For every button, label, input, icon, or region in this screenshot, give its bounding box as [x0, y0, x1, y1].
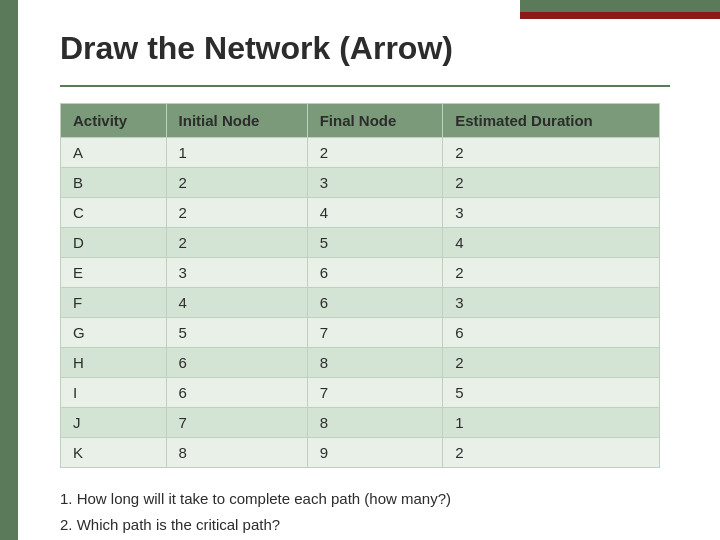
table-cell-0-0: A: [61, 138, 167, 168]
col-header-activity: Activity: [61, 104, 167, 138]
table-cell-10-2: 9: [307, 438, 443, 468]
table-cell-6-1: 5: [166, 318, 307, 348]
col-header-final-node: Final Node: [307, 104, 443, 138]
table-cell-3-1: 2: [166, 228, 307, 258]
activity-table: Activity Initial Node Final Node Estimat…: [60, 103, 660, 468]
left-accent-bar: [0, 0, 18, 540]
footer-line-2: 2. Which path is the critical path?: [60, 512, 670, 538]
table-row: C243: [61, 198, 660, 228]
table-cell-9-2: 8: [307, 408, 443, 438]
table-cell-5-3: 3: [443, 288, 660, 318]
table-wrapper: Activity Initial Node Final Node Estimat…: [60, 103, 660, 468]
table-row: D254: [61, 228, 660, 258]
table-cell-1-1: 2: [166, 168, 307, 198]
table-cell-6-2: 7: [307, 318, 443, 348]
table-row: E362: [61, 258, 660, 288]
table-cell-9-3: 1: [443, 408, 660, 438]
table-cell-3-0: D: [61, 228, 167, 258]
top-bar-red: [520, 12, 720, 19]
table-cell-5-2: 6: [307, 288, 443, 318]
col-header-initial-node: Initial Node: [166, 104, 307, 138]
page-container: Draw the Network (Arrow) Activity Initia…: [0, 0, 720, 540]
table-cell-9-0: J: [61, 408, 167, 438]
col-header-estimated-duration: Estimated Duration: [443, 104, 660, 138]
table-row: G576: [61, 318, 660, 348]
page-title: Draw the Network (Arrow): [60, 30, 670, 67]
table-cell-1-0: B: [61, 168, 167, 198]
table-cell-7-1: 6: [166, 348, 307, 378]
table-cell-5-0: F: [61, 288, 167, 318]
table-row: B232: [61, 168, 660, 198]
table-cell-8-0: I: [61, 378, 167, 408]
title-divider: [60, 85, 670, 87]
table-row: J781: [61, 408, 660, 438]
table-header-row: Activity Initial Node Final Node Estimat…: [61, 104, 660, 138]
table-cell-2-0: C: [61, 198, 167, 228]
table-cell-8-1: 6: [166, 378, 307, 408]
table-cell-8-2: 7: [307, 378, 443, 408]
footer-line-1: 1. How long will it take to complete eac…: [60, 486, 670, 512]
table-cell-2-1: 2: [166, 198, 307, 228]
table-row: I675: [61, 378, 660, 408]
table-cell-0-3: 2: [443, 138, 660, 168]
table-row: A122: [61, 138, 660, 168]
table-cell-4-1: 3: [166, 258, 307, 288]
table-cell-6-0: G: [61, 318, 167, 348]
table-cell-6-3: 6: [443, 318, 660, 348]
table-row: F463: [61, 288, 660, 318]
table-cell-2-3: 3: [443, 198, 660, 228]
table-cell-7-3: 2: [443, 348, 660, 378]
table-cell-5-1: 4: [166, 288, 307, 318]
table-cell-8-3: 5: [443, 378, 660, 408]
table-cell-0-2: 2: [307, 138, 443, 168]
table-cell-7-0: H: [61, 348, 167, 378]
table-cell-1-2: 3: [307, 168, 443, 198]
table-cell-4-2: 6: [307, 258, 443, 288]
table-row: K892: [61, 438, 660, 468]
table-cell-4-3: 2: [443, 258, 660, 288]
table-cell-3-2: 5: [307, 228, 443, 258]
table-cell-9-1: 7: [166, 408, 307, 438]
footer-text: 1. How long will it take to complete eac…: [60, 486, 670, 537]
table-cell-1-3: 2: [443, 168, 660, 198]
table-row: H682: [61, 348, 660, 378]
top-bar-container: [520, 0, 720, 19]
table-cell-10-3: 2: [443, 438, 660, 468]
table-cell-0-1: 1: [166, 138, 307, 168]
table-cell-2-2: 4: [307, 198, 443, 228]
table-cell-7-2: 8: [307, 348, 443, 378]
table-cell-3-3: 4: [443, 228, 660, 258]
table-cell-10-1: 8: [166, 438, 307, 468]
table-cell-10-0: K: [61, 438, 167, 468]
top-bar-green: [520, 0, 720, 12]
table-cell-4-0: E: [61, 258, 167, 288]
